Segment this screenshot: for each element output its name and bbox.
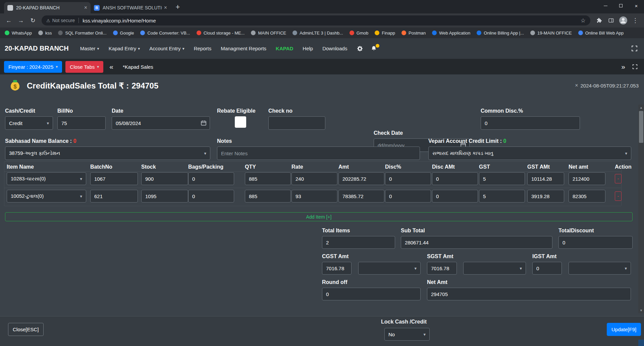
bookmark-item[interactable]: Finapp — [375, 31, 395, 36]
rate-input[interactable] — [291, 172, 337, 185]
forward-button[interactable]: → — [15, 14, 27, 26]
new-tab-button[interactable]: + — [172, 2, 183, 12]
add-item-button[interactable]: Add Item [+] — [5, 212, 633, 221]
disc-amt-input[interactable] — [432, 172, 478, 185]
date-input[interactable] — [112, 116, 210, 130]
stock-input[interactable] — [141, 190, 188, 203]
sabhasad-name-select[interactable]: 38759-અતુલ ફાઉન્ડેશન▾ — [5, 147, 210, 160]
calendar-icon[interactable] — [201, 120, 207, 127]
navbar-item-kapad[interactable]: KAPAD — [276, 46, 293, 51]
sub-total-input[interactable] — [401, 236, 552, 249]
rebate-eligible-checkbox[interactable] — [235, 116, 246, 128]
check-no-input[interactable] — [268, 116, 325, 130]
bell-icon[interactable] — [371, 45, 377, 52]
sgst-account-select[interactable]: ▾ — [463, 262, 526, 275]
gst-input[interactable] — [479, 172, 525, 185]
back-button[interactable]: ← — [3, 14, 15, 26]
disc-pct-input[interactable] — [385, 172, 431, 185]
bookmark-item[interactable]: Gmob — [350, 31, 368, 36]
profile-avatar[interactable] — [617, 14, 629, 26]
bookmark-item[interactable]: kss — [38, 31, 52, 36]
amt-input[interactable] — [338, 172, 384, 185]
disc-pct-input[interactable] — [385, 190, 431, 203]
sgst-input[interactable] — [427, 262, 457, 275]
update-button[interactable]: Update[F9] — [607, 323, 641, 336]
bookmark-item[interactable]: Online Billing App |... — [477, 31, 524, 36]
common-disc-input[interactable] — [481, 116, 580, 130]
scroll-tabs-right-icon[interactable]: » — [619, 63, 628, 71]
remove-row-button[interactable]: - — [615, 191, 622, 201]
notes-input[interactable] — [217, 147, 420, 160]
navbar-item-help[interactable]: Help — [303, 46, 313, 51]
bags-input[interactable] — [188, 190, 234, 203]
fullscreen-icon[interactable] — [631, 45, 638, 52]
tab-close-icon[interactable]: × — [164, 5, 167, 11]
bookmark-star-icon[interactable]: ☆ — [581, 17, 586, 24]
item-name-select[interactable]: 10283-ચારસા(0)▾ — [7, 172, 86, 185]
qty-input[interactable] — [245, 172, 291, 185]
tab-kapad-sales[interactable]: *Kapad Sales — [123, 64, 153, 70]
net-amt-input[interactable] — [569, 190, 605, 203]
window-close-button[interactable]: × — [629, 0, 644, 11]
tab-close-icon[interactable]: × — [84, 5, 87, 11]
amt-input[interactable] — [338, 190, 384, 203]
batchno-input[interactable] — [90, 190, 138, 203]
qty-input[interactable] — [245, 190, 291, 203]
navbar-item-downloads[interactable]: Downloads — [322, 46, 347, 51]
vepari-account-select[interactable]: સભાસદ માલધિરાણ કાપડ ખાતુ▾ — [428, 147, 631, 160]
gst-amt-input[interactable] — [527, 172, 564, 185]
bookmark-item[interactable]: AdminLTE 3 | Dashb... — [292, 31, 343, 36]
vertical-scrollbar[interactable]: ▲ ▼ — [638, 105, 644, 313]
browser-menu-icon[interactable]: ⋮ — [629, 14, 641, 26]
bookmark-item[interactable]: Online Bill Web App — [578, 31, 624, 36]
close-button[interactable]: Close[ESC] — [8, 323, 44, 336]
window-maximize-button[interactable] — [613, 0, 629, 11]
extensions-icon[interactable] — [593, 14, 605, 26]
cash-credit-select[interactable]: Credit▾ — [5, 116, 53, 130]
total-items-input[interactable] — [322, 236, 395, 249]
igst-account-select[interactable]: ▾ — [569, 262, 631, 275]
bookmark-item[interactable]: Web Application — [432, 31, 470, 36]
round-off-input[interactable] — [322, 288, 421, 300]
bags-input[interactable] — [188, 172, 234, 185]
navbar-item-account-entry[interactable]: Account Entry▾ — [149, 46, 184, 51]
batchno-input[interactable] — [90, 172, 138, 185]
scroll-tabs-left-icon[interactable]: « — [107, 63, 116, 71]
bookmark-item[interactable]: Postman — [401, 31, 426, 36]
reload-button[interactable]: ↻ — [27, 14, 39, 26]
navbar-item-reports[interactable]: Reports — [194, 46, 212, 51]
scrollbar-thumb[interactable] — [639, 111, 643, 143]
bookmark-item[interactable]: WhatsApp — [5, 31, 32, 36]
bookmark-item[interactable]: MAIN OFFICE — [251, 31, 286, 36]
igst-input[interactable] — [532, 262, 562, 275]
scroll-down-icon[interactable]: ▼ — [638, 307, 644, 313]
net-amt-total-input[interactable] — [427, 288, 631, 300]
cgst-account-select[interactable]: ▾ — [358, 262, 421, 275]
lock-cash-credit-select[interactable]: No▾ — [384, 328, 430, 341]
navbar-item-kapad-entry[interactable]: Kapad Entry▾ — [109, 46, 140, 51]
side-panel-icon[interactable] — [605, 14, 617, 26]
rate-input[interactable] — [291, 190, 337, 203]
bookmark-item[interactable]: Google — [113, 31, 134, 36]
navbar-item-master[interactable]: Master▾ — [80, 46, 99, 51]
bookmark-item[interactable]: SQL Formatter Onli... — [58, 31, 106, 36]
window-minimize-button[interactable] — [598, 0, 613, 11]
total-discount-input[interactable] — [558, 236, 633, 249]
net-amt-input[interactable] — [569, 172, 605, 185]
cgst-input[interactable] — [322, 262, 352, 275]
item-name-select[interactable]: 10052-ટુવાલ(0)▾ — [7, 190, 86, 203]
remove-row-button[interactable]: - — [615, 174, 622, 183]
gst-amt-input[interactable] — [527, 190, 564, 203]
bookmark-item[interactable]: Code Converter: VB... — [140, 31, 190, 36]
scroll-up-icon[interactable]: ▲ — [638, 105, 644, 110]
gear-icon[interactable] — [357, 45, 363, 52]
browser-tab-active[interactable]: 20-KAPAD BRANCH × — [4, 2, 91, 13]
browser-tab[interactable]: B ANSH SOFTWARE SOLUTIONS × — [91, 2, 170, 13]
finyear-dropdown-button[interactable]: Finyear : 2024-2025▾ — [4, 61, 62, 73]
close-tabs-dropdown-button[interactable]: Close Tabs▾ — [65, 61, 103, 73]
expand-tabs-icon[interactable] — [632, 64, 638, 70]
stock-input[interactable] — [141, 172, 188, 185]
bookmark-item[interactable]: Cloud storage - ME... — [197, 31, 245, 36]
gst-input[interactable] — [479, 190, 525, 203]
bookmark-item[interactable]: 19-MAIN OFFICE — [530, 31, 572, 36]
